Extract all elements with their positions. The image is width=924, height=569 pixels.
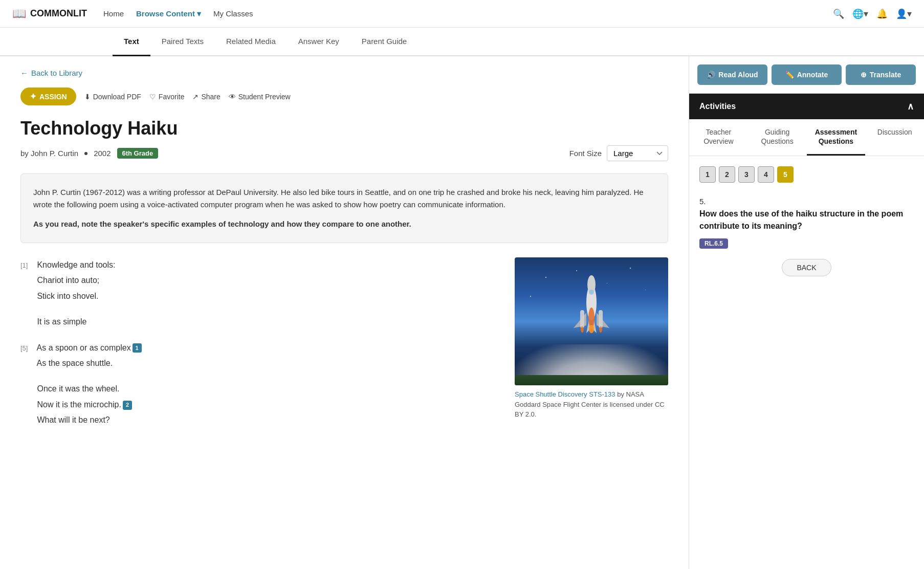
page-title: Technology Haiku: [20, 118, 668, 139]
eye-icon: 👁: [229, 93, 236, 101]
back-button[interactable]: BACK: [782, 259, 831, 276]
logo[interactable]: 📖 COMMONLIT: [12, 7, 87, 20]
download-icon: ⬇: [84, 93, 91, 101]
poem-line: Now it is the microchip.2: [20, 397, 498, 412]
svg-point-6: [589, 290, 594, 295]
question-num-3[interactable]: 3: [738, 166, 755, 183]
question-num-5[interactable]: 5: [777, 166, 794, 183]
font-size-control: Font Size Large Small Medium X-Large: [569, 145, 668, 161]
dot-separator: [84, 152, 87, 155]
tab-assessment-questions[interactable]: Assessment Questions: [807, 119, 866, 156]
tabs-bar: Text Paired Texts Related Media Answer K…: [0, 28, 924, 56]
tab-related-media[interactable]: Related Media: [215, 28, 287, 56]
annotation-2[interactable]: 2: [123, 401, 132, 410]
tab-teacher-overview[interactable]: Teacher Overview: [689, 119, 748, 156]
question-num-2[interactable]: 2: [719, 166, 735, 183]
image-caption-link[interactable]: Space Shuttle Discovery STS-133: [515, 390, 615, 398]
poem-image-wrap: Space Shuttle Discovery STS-133 by NASA …: [515, 257, 668, 420]
question-number-label: 5.: [699, 197, 914, 206]
activity-tabs: Teacher Overview Guiding Questions Asses…: [689, 119, 924, 156]
font-size-select[interactable]: Large Small Medium X-Large: [607, 145, 668, 161]
svg-point-12: [599, 326, 602, 333]
bell-icon[interactable]: 🔔: [876, 8, 888, 19]
poem-line: It is as simple: [20, 314, 498, 330]
year: 2002: [94, 149, 111, 158]
translate-icon: ⊕: [861, 71, 867, 79]
poem-line: [1] Knowledge and tools:: [20, 257, 498, 273]
activities-header: Activities ∧: [689, 94, 924, 119]
dropdown-arrow-icon: ▾: [197, 9, 201, 18]
back-arrow-icon: ←: [20, 69, 28, 77]
nav-links: Home Browse Content ▾ My Classes: [103, 9, 833, 18]
tab-answer-key[interactable]: Answer Key: [287, 28, 350, 56]
book-icon: 📖: [12, 7, 26, 20]
toolbar: ✦ ASSIGN ⬇ Download PDF ♡ Favorite ↗ Sha…: [20, 87, 668, 105]
annotate-button[interactable]: ✏️ Annotate: [772, 64, 842, 85]
nav-browse-content[interactable]: Browse Content ▾: [136, 9, 201, 18]
sidebar: 🔊 Read Aloud ✏️ Annotate ⊕ Translate Act…: [689, 56, 924, 569]
logo-text: COMMONLIT: [30, 8, 87, 19]
activities-label: Activities: [699, 102, 736, 111]
navbar: 📖 COMMONLIT Home Browse Content ▾ My Cla…: [0, 0, 924, 28]
font-size-label: Font Size: [569, 149, 602, 158]
text-meta: by John P. Curtin 2002 6th Grade Font Si…: [20, 145, 668, 161]
image-caption: Space Shuttle Discovery STS-133 by NASA …: [515, 389, 668, 420]
question-num-4[interactable]: 4: [758, 166, 774, 183]
ground: [515, 375, 668, 385]
pencil-icon: ✏️: [785, 71, 794, 79]
standard-badge: RL.6.5: [699, 238, 728, 249]
poem-section: [1] Knowledge and tools: Chariot into au…: [20, 257, 668, 439]
svg-rect-9: [599, 310, 603, 328]
main-layout: ← Back to Library ✦ ASSIGN ⬇ Download PD…: [0, 56, 924, 569]
download-pdf-action[interactable]: ⬇ Download PDF: [84, 93, 141, 101]
share-icon: ↗: [192, 93, 199, 101]
poem-stanza-2: It is as simple: [20, 314, 498, 330]
user-icon[interactable]: 👤▾: [896, 8, 912, 19]
annotation-1[interactable]: 1: [133, 343, 142, 353]
assign-button[interactable]: ✦ ASSIGN: [20, 87, 76, 105]
tab-discussion[interactable]: Discussion: [865, 119, 924, 156]
svg-point-10: [589, 325, 594, 333]
read-aloud-button[interactable]: 🔊 Read Aloud: [697, 64, 767, 85]
svg-marker-2: [574, 313, 586, 328]
speaker-icon: 🔊: [707, 71, 715, 79]
share-action[interactable]: ↗ Share: [192, 93, 220, 101]
tab-parent-guide[interactable]: Parent Guide: [350, 28, 418, 56]
space-shuttle-image: [515, 257, 668, 385]
nav-my-classes[interactable]: My Classes: [213, 9, 253, 18]
poem-line: What will it be next?: [20, 412, 498, 428]
poem-stanza-4: Once it was the wheel. Now it is the mic…: [20, 381, 498, 428]
sidebar-top-actions: 🔊 Read Aloud ✏️ Annotate ⊕ Translate: [689, 56, 924, 94]
favorite-action[interactable]: ♡ Favorite: [149, 93, 185, 101]
shuttle-svg: [566, 261, 617, 354]
back-to-library-link[interactable]: ← Back to Library: [20, 69, 668, 77]
plus-icon: ✦: [30, 92, 36, 101]
tab-paired-texts[interactable]: Paired Texts: [150, 28, 215, 56]
tab-text[interactable]: Text: [113, 28, 150, 56]
globe-icon[interactable]: 🌐▾: [852, 8, 868, 19]
search-icon[interactable]: 🔍: [833, 8, 844, 19]
content-area: ← Back to Library ✦ ASSIGN ⬇ Download PD…: [0, 56, 689, 569]
poem-line: [5] As a spoon or as complex1: [20, 340, 498, 356]
poem-line: Once it was the wheel.: [20, 381, 498, 397]
intro-bold-text: As you read, note the speaker's specific…: [33, 218, 655, 230]
tab-guiding-questions[interactable]: Guiding Questions: [748, 119, 807, 156]
poem-stanza-1: [1] Knowledge and tools: Chariot into au…: [20, 257, 498, 304]
question-numbers: 1 2 3 4 5: [689, 156, 924, 193]
collapse-icon[interactable]: ∧: [907, 101, 914, 112]
grade-badge: 6th Grade: [117, 148, 159, 159]
intro-box: John P. Curtin (1967-2012) was a writing…: [20, 173, 668, 243]
question-text: How does the use of the haiku structure …: [699, 208, 914, 232]
student-preview-action[interactable]: 👁 Student Preview: [229, 93, 291, 101]
poem-stanza-3: [5] As a spoon or as complex1 As the spa…: [20, 340, 498, 371]
translate-button[interactable]: ⊕ Translate: [846, 64, 916, 85]
svg-marker-3: [597, 313, 609, 328]
poem-line: As the space shuttle.: [20, 356, 498, 371]
poem-line: Stick into shovel.: [20, 289, 498, 304]
nav-home[interactable]: Home: [103, 9, 124, 18]
heart-icon: ♡: [149, 93, 156, 101]
question-num-1[interactable]: 1: [699, 166, 716, 183]
poem-text: [1] Knowledge and tools: Chariot into au…: [20, 257, 498, 439]
author: by John P. Curtin: [20, 149, 78, 158]
intro-text: John P. Curtin (1967-2012) was a writing…: [33, 186, 655, 211]
